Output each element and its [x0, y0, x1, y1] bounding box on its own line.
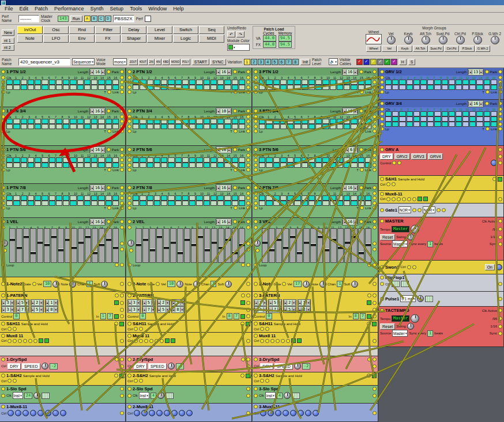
variation-button-4[interactable]: 4 — [265, 59, 271, 65]
step-cell[interactable] — [21, 80, 27, 85]
connector-port[interactable] — [397, 197, 401, 201]
velocity-slider[interactable] — [283, 228, 289, 263]
step-cell[interactable] — [427, 111, 434, 116]
step-cell[interactable] — [399, 80, 405, 85]
connector-port[interactable] — [134, 327, 138, 331]
connector-port[interactable] — [246, 163, 250, 167]
step-cell[interactable] — [413, 111, 420, 116]
connector-port[interactable] — [380, 117, 384, 121]
step-cell[interactable] — [239, 163, 245, 168]
step-cell[interactable] — [42, 201, 48, 206]
step-cell[interactable] — [217, 195, 224, 201]
step-cell[interactable] — [182, 195, 189, 201]
velocity-slider[interactable] — [184, 228, 190, 263]
step-cell[interactable] — [413, 116, 420, 122]
connector-port[interactable] — [373, 186, 377, 190]
step-cell[interactable] — [344, 124, 350, 129]
connector-port[interactable] — [254, 394, 258, 398]
step-cell[interactable] — [147, 157, 153, 163]
connector-port[interactable] — [246, 308, 250, 312]
connector-port[interactable] — [486, 90, 490, 94]
step-cell[interactable] — [49, 195, 55, 201]
step-cell[interactable] — [182, 163, 189, 168]
step-cell[interactable] — [63, 80, 69, 85]
blue-knob[interactable] — [283, 410, 289, 416]
connector-port[interactable] — [127, 357, 131, 361]
stepper-down-icon[interactable]: ▾ — [137, 300, 141, 305]
length-stepper[interactable]: ◂16▸ — [89, 69, 105, 76]
stepper-right-arrow-icon[interactable]: ▸ — [227, 186, 231, 190]
step-cell[interactable] — [491, 116, 497, 122]
connector-port[interactable] — [407, 265, 411, 269]
module-color-select[interactable]: ▾ — [227, 44, 250, 51]
connector-port[interactable] — [281, 339, 285, 343]
step-cell[interactable] — [259, 163, 265, 168]
mode-select[interactable]: Inst▾ — [13, 392, 23, 399]
step-cell[interactable] — [273, 124, 280, 129]
stepper-down-icon[interactable]: ▾ — [277, 307, 281, 312]
connector-port[interactable] — [373, 339, 377, 343]
patern-stepper[interactable]: ▴5▾ — [157, 306, 170, 313]
step-cell[interactable] — [385, 116, 392, 122]
step-cell[interactable] — [28, 85, 34, 90]
connector-port[interactable] — [373, 76, 377, 80]
connector-port[interactable] — [1, 225, 5, 229]
step-cell[interactable] — [315, 80, 322, 85]
slider-handle[interactable] — [232, 251, 238, 254]
step-cell[interactable] — [287, 80, 294, 85]
step-cell[interactable] — [294, 85, 300, 90]
io-button-4out[interactable]: 4OUT — [138, 59, 148, 65]
transport-button-sync[interactable]: SYNC — [210, 59, 225, 65]
step-cell[interactable] — [302, 80, 308, 85]
patern-stepper[interactable]: ▴7▾ — [268, 306, 281, 313]
step-cell[interactable] — [84, 80, 91, 85]
step-cell[interactable] — [133, 157, 139, 163]
length-stepper[interactable]: ◂16▸ — [89, 108, 105, 115]
step-cell[interactable] — [21, 85, 27, 90]
step-cell[interactable] — [399, 116, 405, 122]
step-cell[interactable] — [204, 201, 210, 206]
connector-port[interactable] — [254, 191, 258, 195]
step-cell[interactable] — [63, 157, 69, 163]
connector-port[interactable] — [120, 357, 124, 361]
step-cell[interactable] — [280, 124, 287, 129]
knob[interactable] — [225, 281, 232, 288]
step-cell[interactable] — [294, 195, 300, 201]
step-cell[interactable] — [106, 85, 112, 90]
step-cell[interactable] — [175, 201, 182, 206]
step-cell[interactable] — [449, 85, 455, 90]
connector-port[interactable] — [254, 220, 258, 224]
slider-handle[interactable] — [58, 248, 63, 251]
slider-handle[interactable] — [283, 246, 288, 249]
velocity-slider[interactable] — [337, 228, 344, 263]
blue-knob[interactable] — [30, 410, 36, 416]
morph-button-afttch[interactable]: Aft.Tch — [413, 46, 428, 52]
step-cell[interactable] — [154, 195, 160, 201]
connector-port[interactable] — [127, 115, 131, 119]
step-cell[interactable] — [294, 80, 300, 85]
group-tab-level[interactable]: Level — [147, 26, 172, 34]
stepper-right-arrow-icon[interactable]: ▸ — [479, 101, 483, 106]
slider-handle[interactable] — [92, 251, 97, 254]
step-cell[interactable] — [84, 195, 91, 201]
velocity-slider[interactable] — [330, 228, 337, 263]
step-cell[interactable] — [77, 201, 84, 206]
step-cell[interactable] — [407, 80, 413, 85]
step-cell[interactable] — [112, 85, 119, 90]
morph-button-pstick[interactable]: P.Stick — [460, 46, 475, 52]
velocity-slider[interactable] — [170, 228, 176, 263]
step-cell[interactable] — [491, 80, 497, 85]
slider-handle[interactable] — [324, 248, 329, 251]
cable-color-checkbox-0[interactable]: ✓ — [356, 59, 363, 65]
step-cell[interactable] — [189, 195, 195, 201]
step-cell[interactable] — [175, 85, 182, 90]
step-cell[interactable] — [442, 116, 448, 122]
connector-port[interactable] — [373, 201, 377, 205]
connector-port[interactable] — [32, 282, 36, 286]
step-cell[interactable] — [210, 157, 217, 163]
step-cell[interactable] — [420, 122, 427, 127]
connector-port[interactable] — [373, 85, 377, 89]
step-cell[interactable] — [315, 157, 322, 163]
connector-port[interactable] — [107, 220, 111, 224]
group-tab-fx[interactable]: FX — [95, 35, 121, 43]
